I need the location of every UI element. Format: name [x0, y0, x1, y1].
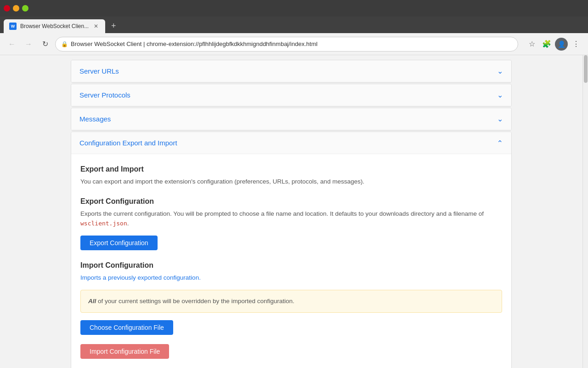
accordion-server-protocols: Server Protocols ⌄ — [71, 84, 512, 107]
chevron-server-urls: ⌄ — [497, 67, 503, 75]
user-avatar[interactable]: 👤 — [555, 38, 568, 51]
tab-bar: W Browser WebSocket Clien... ✕ + — [0, 17, 588, 33]
chevron-server-protocols: ⌄ — [497, 91, 503, 99]
export-config-btn[interactable]: Export Configuration — [80, 236, 158, 250]
tab-favicon: W — [9, 23, 17, 30]
export-import-heading: Export and Import — [80, 165, 502, 173]
menu-btn[interactable]: ⋮ — [570, 38, 582, 51]
export-desc-code: wsclient.json — [80, 220, 127, 227]
accordion-title-server-protocols: Server Protocols — [79, 91, 130, 99]
import-warning-box: All of your current settings will be ove… — [80, 290, 502, 313]
forward-btn[interactable]: → — [22, 38, 35, 51]
export-config-heading: Export Configuration — [80, 197, 502, 206]
export-import-desc: You can export and import the extension'… — [80, 177, 502, 186]
accordion-header-server-urls[interactable]: Server URLs ⌄ — [71, 60, 511, 82]
close-window-btn[interactable] — [4, 5, 10, 12]
import-file-wrap: Import Configuration File — [80, 344, 502, 359]
main-container: Server URLs ⌄ Server Protocols ⌄ Message… — [62, 55, 521, 368]
choose-config-file-btn[interactable]: Choose Configuration File — [80, 320, 173, 335]
new-tab-btn[interactable]: + — [107, 19, 120, 32]
title-bar — [0, 0, 588, 17]
address-text: Browser WebSocket Client | chrome-extens… — [71, 40, 512, 47]
tab-title: Browser WebSocket Clien... — [20, 23, 89, 29]
reload-btn[interactable]: ↻ — [39, 38, 51, 51]
active-tab[interactable]: W Browser WebSocket Clien... ✕ — [4, 19, 105, 33]
accordion-server-urls: Server URLs ⌄ — [71, 60, 512, 83]
accordion-config-export-import: Configuration Export and Import ⌄ Export… — [71, 132, 512, 368]
import-warning-rest: of your current settings will be overrid… — [96, 298, 294, 305]
chevron-config-export-import: ⌄ — [497, 138, 503, 147]
tab-close-btn[interactable]: ✕ — [92, 23, 100, 30]
accordion-title-server-urls: Server URLs — [79, 67, 119, 75]
extension-btn[interactable]: 🧩 — [540, 38, 553, 51]
accordion-header-config-export-import[interactable]: Configuration Export and Import ⌄ — [71, 132, 511, 154]
scrollbar-thumb[interactable] — [584, 55, 588, 83]
bookmark-btn[interactable]: ☆ — [526, 38, 538, 51]
accordion-header-server-protocols[interactable]: Server Protocols ⌄ — [71, 84, 511, 106]
import-config-file-btn[interactable]: Import Configuration File — [80, 344, 169, 359]
accordion-title-config-export-import: Configuration Export and Import — [79, 139, 177, 147]
accordion-title-messages: Messages — [79, 115, 111, 123]
accordion-content-config-export-import: Export and Import You can export and imp… — [71, 154, 511, 368]
accordion-header-messages[interactable]: Messages ⌄ — [71, 108, 511, 130]
maximize-window-btn[interactable] — [22, 5, 28, 12]
scrollbar-track[interactable] — [582, 55, 588, 368]
accordion-messages: Messages ⌄ — [71, 108, 512, 131]
address-input[interactable]: 🔒 Browser WebSocket Client | chrome-exte… — [55, 37, 518, 52]
export-config-desc: Exports the current configuration. You w… — [80, 209, 502, 228]
import-warning-bold: All — [88, 298, 96, 305]
page-inner: Server URLs ⌄ Server Protocols ⌄ Message… — [0, 55, 582, 368]
export-desc-text1: Exports the current configuration. You w… — [80, 210, 484, 217]
minimize-window-btn[interactable] — [13, 5, 19, 12]
page-content: Server URLs ⌄ Server Protocols ⌄ Message… — [0, 55, 588, 368]
import-desc-link[interactable]: Imports a previously exported configurat… — [80, 274, 201, 281]
choose-file-wrap: Choose Configuration File — [80, 320, 502, 341]
export-desc-text2: . — [127, 220, 129, 227]
back-btn[interactable]: ← — [6, 38, 18, 51]
window-controls — [4, 5, 28, 12]
lock-icon: 🔒 — [61, 41, 68, 47]
address-bar: ← → ↻ 🔒 Browser WebSocket Client | chrom… — [0, 33, 588, 55]
import-config-heading: Import Configuration — [80, 261, 502, 270]
toolbar-icons: ☆ 🧩 👤 ⋮ — [526, 38, 582, 51]
import-config-desc: Imports a previously exported configurat… — [80, 273, 502, 282]
chevron-messages: ⌄ — [497, 115, 503, 123]
